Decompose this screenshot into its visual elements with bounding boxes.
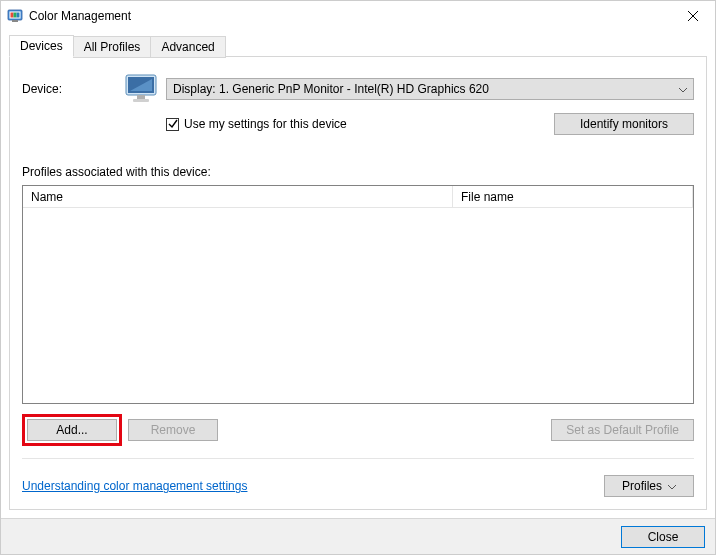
set-default-profile-button[interactable]: Set as Default Profile bbox=[551, 419, 694, 441]
svg-rect-2 bbox=[11, 13, 14, 18]
tab-panel-devices: Device: Display: 1. Generic PnP Monitor … bbox=[9, 56, 707, 510]
profile-buttons-row: Add... Remove Set as Default Profile bbox=[22, 414, 694, 446]
tab-strip: Devices All Profiles Advanced bbox=[9, 35, 707, 57]
chevron-down-icon bbox=[668, 479, 676, 493]
identify-monitors-button[interactable]: Identify monitors bbox=[554, 113, 694, 135]
dialog-footer: Close bbox=[1, 518, 715, 554]
titlebar: Color Management bbox=[1, 1, 715, 31]
profiles-section-label: Profiles associated with this device: bbox=[22, 165, 694, 179]
remove-button[interactable]: Remove bbox=[128, 419, 218, 441]
use-settings-checkbox[interactable] bbox=[166, 118, 179, 131]
checkmark-icon bbox=[168, 119, 178, 129]
add-button[interactable]: Add... bbox=[27, 419, 117, 441]
app-icon bbox=[7, 8, 23, 24]
svg-rect-5 bbox=[12, 20, 18, 22]
chevron-down-icon bbox=[679, 82, 687, 96]
device-select[interactable]: Display: 1. Generic PnP Monitor - Intel(… bbox=[166, 78, 694, 100]
link-row: Understanding color management settings … bbox=[22, 475, 694, 497]
svg-rect-3 bbox=[14, 13, 17, 18]
profiles-button[interactable]: Profiles bbox=[604, 475, 694, 497]
list-header: Name File name bbox=[23, 186, 693, 208]
close-icon bbox=[688, 11, 698, 21]
color-management-window: Color Management Devices All Profiles Ad… bbox=[0, 0, 716, 555]
options-row: Use my settings for this device Identify… bbox=[166, 113, 694, 135]
tab-advanced[interactable]: Advanced bbox=[150, 36, 225, 58]
tab-all-profiles[interactable]: All Profiles bbox=[73, 36, 152, 58]
svg-rect-10 bbox=[137, 95, 145, 99]
profiles-list[interactable]: Name File name bbox=[22, 185, 694, 404]
list-body bbox=[23, 208, 693, 403]
device-selected-text: Display: 1. Generic PnP Monitor - Intel(… bbox=[173, 82, 489, 96]
window-title: Color Management bbox=[29, 9, 671, 23]
column-header-name[interactable]: Name bbox=[23, 186, 453, 207]
content-area: Devices All Profiles Advanced Device: bbox=[1, 31, 715, 518]
svg-rect-4 bbox=[17, 13, 20, 18]
tab-devices[interactable]: Devices bbox=[9, 35, 74, 57]
monitor-icon bbox=[122, 71, 162, 107]
close-button[interactable]: Close bbox=[621, 526, 705, 548]
column-header-file[interactable]: File name bbox=[453, 186, 693, 207]
add-button-highlight: Add... bbox=[22, 414, 122, 446]
svg-rect-11 bbox=[133, 99, 149, 102]
profiles-button-label: Profiles bbox=[622, 479, 662, 493]
use-settings-label: Use my settings for this device bbox=[184, 117, 347, 131]
understanding-link[interactable]: Understanding color management settings bbox=[22, 479, 247, 493]
device-label: Device: bbox=[22, 82, 122, 96]
separator bbox=[22, 458, 694, 459]
close-window-button[interactable] bbox=[671, 1, 715, 31]
device-row: Device: Display: 1. Generic PnP Monitor … bbox=[22, 71, 694, 107]
